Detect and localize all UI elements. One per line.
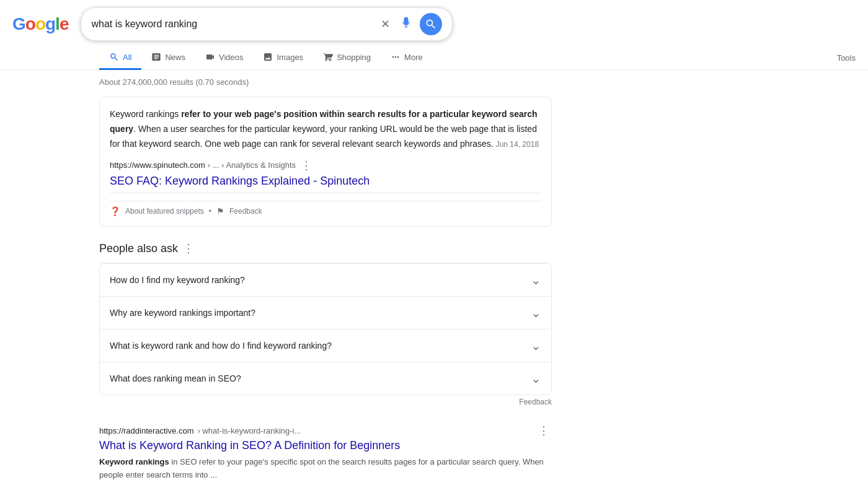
paa-item-3[interactable]: What does ranking mean in SEO? ⌄ bbox=[100, 362, 551, 395]
videos-tab-icon bbox=[205, 52, 215, 62]
featured-footer-divider bbox=[110, 193, 541, 193]
header: Google ✕ bbox=[0, 0, 868, 41]
feedback-icon: ⚑ bbox=[216, 206, 224, 216]
chevron-down-icon-3: ⌄ bbox=[531, 371, 541, 386]
tab-all[interactable]: All bbox=[99, 46, 141, 70]
featured-snippet-feedback-link[interactable]: Feedback bbox=[229, 207, 262, 216]
main-content: About 274,000,000 results (0.70 seconds)… bbox=[0, 70, 595, 498]
shopping-tab-icon bbox=[323, 52, 333, 62]
search-tab-icon bbox=[109, 52, 119, 62]
clear-button[interactable]: ✕ bbox=[378, 15, 392, 33]
featured-source: https://www.spinutech.com › ... › Analyt… bbox=[110, 159, 541, 172]
chevron-down-icon-2: ⌄ bbox=[531, 338, 541, 353]
voice-search-button[interactable] bbox=[397, 14, 415, 35]
chevron-down-icon-0: ⌄ bbox=[531, 273, 541, 287]
more-tab-icon bbox=[391, 52, 401, 62]
search-bar: ✕ bbox=[81, 7, 453, 41]
news-tab-icon bbox=[151, 52, 161, 62]
about-featured-snippets-link[interactable]: About featured snippets bbox=[125, 207, 204, 216]
clear-icon: ✕ bbox=[381, 17, 390, 31]
search-tabs: All News Videos Images Shopping More Too… bbox=[0, 41, 868, 70]
tab-shopping[interactable]: Shopping bbox=[313, 46, 381, 70]
tab-more[interactable]: More bbox=[381, 46, 433, 70]
org-more-button-0[interactable]: ⋮ bbox=[536, 424, 552, 437]
chevron-down-icon-1: ⌄ bbox=[531, 305, 541, 320]
search-submit-button[interactable] bbox=[420, 13, 442, 35]
featured-source-url: https://www.spinutech.com bbox=[110, 160, 205, 170]
featured-snippet: Keyword rankings refer to your web page'… bbox=[99, 97, 552, 227]
paa-feedback: Feedback bbox=[99, 395, 552, 409]
org-url-0: https://raddinteractive.com bbox=[99, 426, 193, 435]
featured-snippet-text: Keyword rankings refer to your web page'… bbox=[110, 107, 541, 151]
microphone-icon bbox=[400, 17, 412, 32]
tab-images[interactable]: Images bbox=[253, 46, 313, 70]
google-logo: Google bbox=[12, 14, 68, 34]
paa-item-2[interactable]: What is keyword rank and how do I find k… bbox=[100, 330, 551, 362]
paa-items: How do I find my keyword ranking? ⌄ Why … bbox=[99, 263, 552, 395]
paa-item-0[interactable]: How do I find my keyword ranking? ⌄ bbox=[100, 263, 551, 297]
results-count: About 274,000,000 results (0.70 seconds) bbox=[99, 70, 595, 97]
paa-title: People also ask bbox=[99, 242, 178, 255]
paa-item-1[interactable]: Why are keyword rankings important? ⌄ bbox=[100, 297, 551, 330]
search-input[interactable] bbox=[91, 19, 373, 30]
org-title-0[interactable]: What is Keyword Ranking in SEO? A Defini… bbox=[99, 439, 552, 453]
featured-snippet-date: Jun 14, 2018 bbox=[496, 140, 539, 149]
question-icon: ❓ bbox=[110, 206, 120, 216]
featured-footer: ❓ About featured snippets • ⚑ Feedback bbox=[110, 201, 541, 216]
featured-source-breadcrumb: › ... › Analytics & Insights bbox=[208, 160, 296, 170]
tab-news[interactable]: News bbox=[141, 46, 195, 70]
images-tab-icon bbox=[263, 52, 273, 62]
featured-snippet-title-link[interactable]: SEO FAQ: Keyword Rankings Explained - Sp… bbox=[110, 175, 541, 188]
tools-button[interactable]: Tools bbox=[825, 47, 868, 69]
svg-rect-0 bbox=[405, 17, 407, 22]
tab-videos[interactable]: Videos bbox=[195, 46, 254, 70]
organic-result-0: https://raddinteractive.com › what-is-ke… bbox=[99, 424, 552, 481]
people-also-ask-section: People also ask ⋮ How do I find my keywo… bbox=[99, 242, 552, 409]
paa-more-button[interactable]: ⋮ bbox=[183, 242, 194, 255]
org-breadcrumb-0: › what-is-keyword-ranking-i... bbox=[197, 426, 301, 435]
search-bar-wrapper: ✕ bbox=[81, 7, 453, 41]
paa-feedback-link[interactable]: Feedback bbox=[519, 398, 552, 406]
org-snippet-0: Keyword rankings in SEO refer to your pa… bbox=[99, 456, 552, 482]
featured-source-more-button[interactable]: ⋮ bbox=[298, 159, 314, 172]
